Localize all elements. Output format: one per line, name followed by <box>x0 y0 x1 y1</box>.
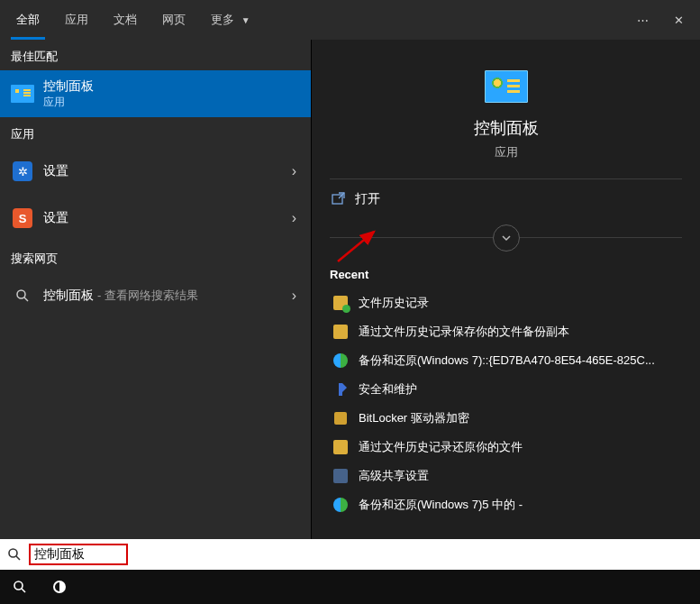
search-icon <box>0 547 29 562</box>
svg-line-3 <box>339 193 344 198</box>
control-panel-icon <box>11 82 34 105</box>
tab-web[interactable]: 网页 <box>150 0 198 40</box>
taskbar-search-button[interactable] <box>0 570 40 604</box>
section-apps: 应用 <box>0 117 311 148</box>
results-list: 最佳匹配 控制面板 应用 应用 ✲ 设置 › S 设置 › 搜索网页 控制面板 <box>0 40 311 539</box>
expand-button[interactable] <box>493 224 520 252</box>
recent-item[interactable]: 备份和还原(Windows 7)::{ED7BA470-8E54-465E-82… <box>330 346 682 375</box>
recent-item[interactable]: 通过文件历史记录保存你的文件备份副本 <box>330 317 682 346</box>
svg-line-1 <box>24 297 28 301</box>
search-icon <box>11 284 34 307</box>
gear-icon: ✲ <box>11 160 34 183</box>
chevron-down-icon: ▼ <box>241 15 250 25</box>
result-web-search[interactable]: 控制面板 - 查看网络搜索结果 › <box>0 272 311 319</box>
share-icon <box>330 467 351 485</box>
result-title: 控制面板 <box>43 78 94 95</box>
open-icon <box>332 192 355 206</box>
details-subtitle: 应用 <box>330 144 682 160</box>
recent-item[interactable]: 通过文件历史记录还原你的文件 <box>330 433 682 462</box>
result-settings-2[interactable]: S 设置 › <box>0 195 311 242</box>
flag-icon <box>330 380 351 398</box>
recent-item[interactable]: 备份和还原(Windows 7)5 中的 - <box>330 490 682 519</box>
svg-point-7 <box>14 581 23 590</box>
tab-more[interactable]: 更多 ▼ <box>198 0 263 40</box>
file-history-icon <box>330 294 351 312</box>
section-search-web: 搜索网页 <box>0 242 311 272</box>
svg-point-5 <box>9 549 17 557</box>
svg-line-6 <box>16 556 20 560</box>
more-options-icon[interactable]: ⋯ <box>624 0 660 40</box>
result-control-panel[interactable]: 控制面板 应用 <box>0 70 311 117</box>
close-icon[interactable]: ✕ <box>660 0 696 40</box>
sogou-icon: S <box>11 206 34 230</box>
chevron-down-icon <box>501 233 512 243</box>
backup-restore-icon <box>330 352 351 370</box>
chevron-right-icon: › <box>292 163 296 179</box>
result-subtitle: 应用 <box>43 95 94 110</box>
control-panel-icon <box>485 70 528 105</box>
search-results-panel: 最佳匹配 控制面板 应用 应用 ✲ 设置 › S 设置 › 搜索网页 控制面板 <box>0 40 700 539</box>
svg-point-0 <box>17 290 25 298</box>
tab-more-label: 更多 <box>211 13 234 26</box>
recent-item[interactable]: 文件历史记录 <box>330 288 682 317</box>
recent-header: Recent <box>330 268 682 281</box>
chevron-right-icon: › <box>292 210 296 226</box>
details-title: 控制面板 <box>330 117 682 139</box>
top-tab-bar: 全部 应用 文档 网页 更多 ▼ ⋯ ✕ <box>0 0 700 40</box>
recent-item[interactable]: 安全和维护 <box>330 375 682 404</box>
search-bar <box>0 539 700 570</box>
tab-docs[interactable]: 文档 <box>101 0 150 40</box>
taskbar-app-icon[interactable] <box>40 570 79 604</box>
backup-restore-icon <box>330 496 351 514</box>
svg-line-8 <box>22 589 25 592</box>
tab-apps[interactable]: 应用 <box>52 0 101 40</box>
recent-item[interactable]: 高级共享设置 <box>330 462 682 490</box>
taskbar <box>0 570 700 604</box>
open-label: 打开 <box>355 191 380 207</box>
section-best-match: 最佳匹配 <box>0 40 311 70</box>
search-input[interactable] <box>29 544 128 565</box>
tab-all[interactable]: 全部 <box>4 0 52 40</box>
result-settings-1[interactable]: ✲ 设置 › <box>0 148 311 195</box>
recent-item[interactable]: BitLocker 驱动器加密 <box>330 404 682 433</box>
chevron-right-icon: › <box>292 288 296 304</box>
restore-icon <box>330 438 351 456</box>
details-pane: 控制面板 应用 打开 Recent 文件历史记录 通过文件历史记录保存你的文件备… <box>311 40 700 539</box>
lock-icon <box>330 409 351 427</box>
open-action[interactable]: 打开 <box>330 179 682 219</box>
backup-copy-icon <box>330 323 351 341</box>
